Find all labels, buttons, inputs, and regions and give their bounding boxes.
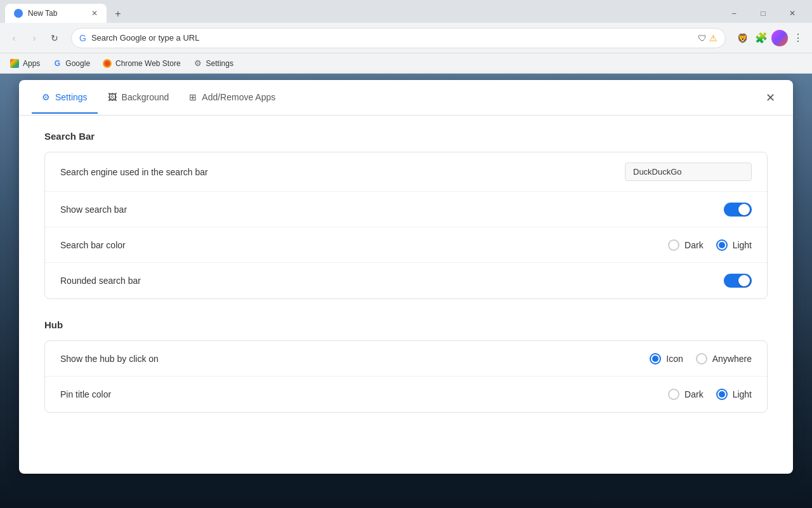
- title-bar: New Tab ✕ + – □ ✕: [0, 0, 812, 23]
- hub-anywhere-radio[interactable]: [696, 353, 707, 364]
- search-bar-light-label: Light: [733, 240, 752, 250]
- window-controls: – □ ✕: [714, 4, 812, 23]
- hub-icon-radio[interactable]: [650, 353, 661, 364]
- tab-title: New Tab: [28, 9, 86, 18]
- address-actions: 🛡 ⚠: [698, 33, 717, 43]
- tab-strip: New Tab ✕ +: [0, 4, 714, 23]
- hub-icon-option[interactable]: Icon: [650, 353, 683, 364]
- rounded-search-bar-control: [724, 274, 752, 288]
- show-hub-row: Show the hub by click on Icon Anywhere: [45, 341, 767, 377]
- show-search-bar-control: [724, 203, 752, 217]
- bookmark-chrome-web-store[interactable]: Chrome Web Store: [98, 57, 186, 70]
- bookmark-apps-label: Apps: [23, 59, 40, 68]
- background-tab-icon: 🖼: [108, 92, 117, 102]
- search-engine-row: Search engine used in the search bar Duc…: [45, 152, 767, 192]
- pin-title-color-control: Dark Light: [668, 389, 752, 400]
- google-logo-icon: G: [79, 33, 86, 43]
- page-background: ⚙ Settings 🖼 Background ⊞ Add/Remove App…: [0, 74, 812, 508]
- bookmark-apps[interactable]: Apps: [5, 57, 45, 70]
- pin-dark-radio[interactable]: [668, 389, 679, 400]
- hub-anywhere-label: Anywhere: [712, 354, 752, 364]
- extensions-icon[interactable]: 🧩: [752, 29, 770, 47]
- tab-background[interactable]: 🖼 Background: [98, 82, 180, 114]
- maximize-button[interactable]: □: [749, 2, 778, 25]
- panel-content: Search Bar Search engine used in the sea…: [19, 116, 793, 448]
- toolbar-actions: 🦁 🧩 ⋮: [733, 29, 807, 47]
- show-search-bar-row: Show search bar: [45, 192, 767, 227]
- browser-frame: New Tab ✕ + – □ ✕ ‹ › ↻ G Search Google …: [0, 0, 812, 508]
- search-bar-light-radio[interactable]: [716, 239, 728, 251]
- apps-icon: [10, 59, 19, 68]
- tab-favicon: [14, 9, 23, 18]
- profile-icon[interactable]: [771, 30, 788, 46]
- add-remove-apps-tab-icon: ⊞: [189, 92, 197, 102]
- forward-button[interactable]: ›: [25, 29, 43, 47]
- hub-section-title: Hub: [44, 319, 768, 330]
- bookmark-settings[interactable]: ⚙ Settings: [188, 57, 239, 70]
- show-search-bar-label: Show search bar: [60, 204, 724, 215]
- brave-icon[interactable]: 🦁: [733, 29, 751, 47]
- search-bar-light-option[interactable]: Light: [716, 239, 752, 251]
- panel-tabs: ⚙ Settings 🖼 Background ⊞ Add/Remove App…: [19, 80, 793, 116]
- close-button[interactable]: ✕: [778, 2, 807, 25]
- google-icon: G: [53, 59, 62, 68]
- settings-tab-icon: ⚙: [42, 92, 50, 102]
- settings-gear-icon: ⚙: [193, 59, 202, 68]
- search-bar-dark-radio[interactable]: [668, 239, 679, 251]
- show-hub-control: Icon Anywhere: [650, 353, 752, 364]
- show-search-bar-toggle[interactable]: [724, 203, 752, 217]
- pin-title-color-label: Pin title color: [60, 389, 668, 399]
- panel-close-button[interactable]: ✕: [760, 88, 780, 108]
- search-bar-dark-option[interactable]: Dark: [668, 239, 704, 251]
- address-text: Search Google or type a URL: [91, 33, 693, 43]
- tab-close-button[interactable]: ✕: [91, 9, 98, 18]
- show-hub-label: Show the hub by click on: [60, 354, 650, 364]
- bookmark-google[interactable]: G Google: [48, 57, 95, 70]
- bookmarks-bar: Apps G Google Chrome Web Store ⚙ Setting…: [0, 53, 812, 74]
- rounded-search-bar-row: Rounded search bar: [45, 263, 767, 298]
- search-bar-dark-label: Dark: [684, 240, 704, 250]
- rounded-search-bar-label: Rounded search bar: [60, 276, 724, 286]
- search-engine-select[interactable]: DuckDuckGo: [625, 163, 752, 181]
- rounded-search-bar-toggle[interactable]: [724, 274, 752, 288]
- bookmark-google-label: Google: [65, 59, 90, 68]
- menu-button[interactable]: ⋮: [789, 29, 807, 47]
- hub-anywhere-option[interactable]: Anywhere: [696, 353, 752, 364]
- address-bar[interactable]: G Search Google or type a URL 🛡 ⚠: [71, 28, 726, 48]
- pin-light-option[interactable]: Light: [716, 389, 752, 400]
- reload-button[interactable]: ↻: [46, 29, 63, 47]
- hub-click-radio-group: Icon Anywhere: [650, 353, 752, 364]
- pin-color-radio-group: Dark Light: [668, 389, 752, 400]
- tab-settings[interactable]: ⚙ Settings: [32, 82, 98, 114]
- add-remove-apps-tab-label: Add/Remove Apps: [202, 92, 275, 102]
- search-engine-control: DuckDuckGo: [625, 163, 752, 181]
- rounded-toggle-knob: [738, 275, 750, 286]
- minimize-button[interactable]: –: [719, 2, 749, 25]
- search-bar-card: Search engine used in the search bar Duc…: [44, 152, 768, 299]
- search-engine-label: Search engine used in the search bar: [60, 167, 625, 177]
- search-bar-color-row: Search bar color Dark Light: [45, 227, 767, 263]
- bookmark-chrome-web-store-label: Chrome Web Store: [115, 59, 181, 68]
- tab-add-remove-apps[interactable]: ⊞ Add/Remove Apps: [179, 82, 285, 114]
- background-tab-label: Background: [122, 92, 169, 102]
- shield-icon[interactable]: 🛡: [698, 33, 707, 43]
- bookmark-settings-label: Settings: [206, 59, 233, 68]
- search-bar-color-radio-group: Dark Light: [668, 239, 752, 251]
- active-tab[interactable]: New Tab ✕: [5, 4, 107, 23]
- toggle-knob: [738, 204, 750, 215]
- settings-panel: ⚙ Settings 🖼 Background ⊞ Add/Remove App…: [19, 80, 793, 474]
- new-tab-button[interactable]: +: [109, 5, 127, 23]
- search-bar-section-title: Search Bar: [44, 131, 768, 142]
- warning-icon[interactable]: ⚠: [709, 33, 717, 43]
- pin-light-radio[interactable]: [716, 389, 728, 400]
- settings-tab-label: Settings: [55, 92, 88, 102]
- back-button[interactable]: ‹: [5, 29, 23, 47]
- hub-icon-label: Icon: [666, 354, 683, 364]
- chrome-web-store-icon: [103, 59, 112, 68]
- pin-title-color-row: Pin title color Dark Light: [45, 377, 767, 412]
- toolbar: ‹ › ↻ G Search Google or type a URL 🛡 ⚠ …: [0, 23, 812, 53]
- pin-dark-option[interactable]: Dark: [668, 389, 704, 400]
- pin-light-label: Light: [733, 389, 752, 399]
- search-bar-color-control: Dark Light: [668, 239, 752, 251]
- hub-card: Show the hub by click on Icon Anywhere: [44, 340, 768, 413]
